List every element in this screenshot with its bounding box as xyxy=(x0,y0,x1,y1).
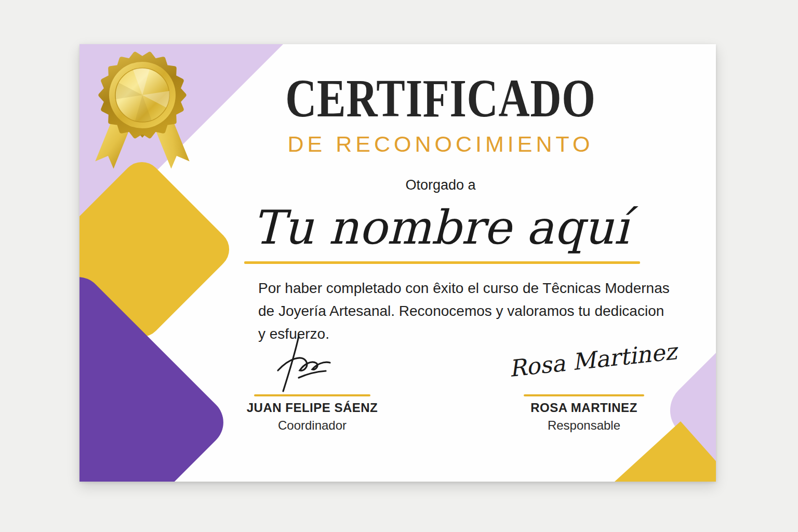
signatory-name: JUAN FELIPE SÁENZ xyxy=(245,401,380,415)
certificate-card: CERTIFICADO DE RECONOCIMIENTO Otorgado a… xyxy=(79,44,716,482)
certificate-title: CERTIFICADO xyxy=(256,71,626,125)
awarded-to-label: Otorgado a xyxy=(209,177,672,193)
signatory-name: ROSA MARTINEZ xyxy=(516,401,651,415)
signatory-role: Coordinador xyxy=(245,418,380,433)
recipient-name: Tu nombre aquí xyxy=(209,200,672,255)
signature-script: Rosa Martinez xyxy=(508,340,660,382)
body-line: de Joyería Artesanal. Reconocemos y valo… xyxy=(258,300,684,323)
page-background: CERTIFICADO DE RECONOCIMIENTO Otorgado a… xyxy=(0,0,798,532)
certificate-subtitle: DE RECONOCIMIENTO xyxy=(209,131,672,157)
signature-line xyxy=(254,394,370,396)
signatory-block-responsable: Rosa Martinez ROSA MARTINEZ Responsable xyxy=(516,333,651,433)
body-line: Por haber completado con êxito el curso … xyxy=(258,277,684,300)
signature-line xyxy=(524,394,644,396)
signatory-block-coordinator: JUAN FELIPE SÁENZ Coordinador xyxy=(245,333,380,433)
signatory-role: Responsable xyxy=(516,418,651,433)
name-underline xyxy=(244,261,640,264)
signature-scribble-icon xyxy=(272,333,350,394)
